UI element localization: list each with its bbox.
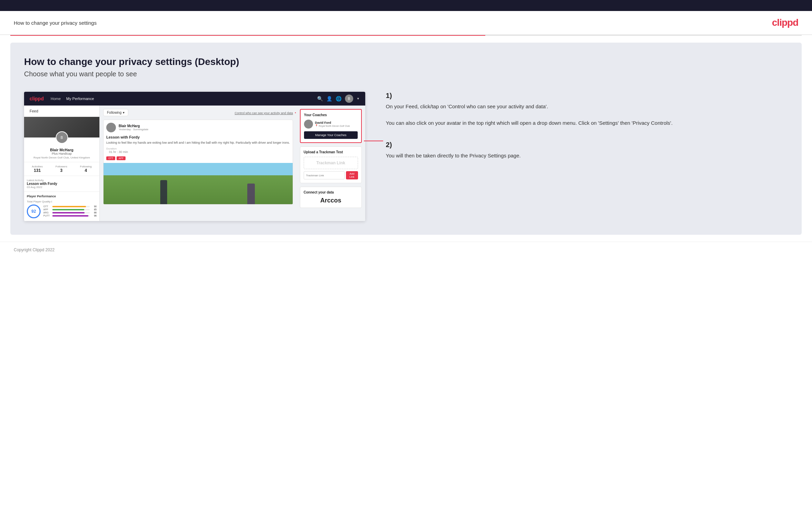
post-title: Lesson with Fordy — [104, 135, 293, 141]
feed-tab[interactable]: Feed — [24, 106, 99, 117]
following-bar: Following ▾ Control who can see your act… — [103, 109, 293, 116]
bar-app-label: APP — [43, 208, 51, 211]
tag-ott: OTT — [106, 156, 115, 160]
bar-app-fill — [52, 209, 84, 210]
post-image-bg — [104, 163, 293, 204]
user-avatar[interactable]: B — [345, 95, 353, 103]
bar-ott-track — [52, 206, 90, 207]
stat-activities-value: 131 — [32, 168, 43, 173]
globe-icon[interactable]: 🌐 — [336, 96, 342, 101]
quality-label: Total Player Quality ℹ — [27, 200, 97, 203]
bar-arg-val: 86 — [91, 211, 97, 214]
profile-club: Royal North Devon Golf Club, United King… — [27, 156, 97, 159]
bar-app-val: 85 — [91, 208, 97, 211]
header-title: How to change your privacy settings — [14, 20, 97, 26]
step2-number: 2) — [386, 141, 788, 149]
page-subtitle: Choose what you want people to see — [24, 70, 788, 78]
arrow-head — [295, 112, 296, 113]
page-title: How to change your privacy settings (Des… — [24, 56, 788, 67]
red-annotation-line — [364, 141, 383, 141]
demo-area: clippd Home My Performance 🔍 👤 🌐 B ▼ — [24, 92, 788, 221]
stat-activities: Activities 131 — [32, 165, 43, 173]
coaches-title: Your Coaches — [304, 113, 358, 117]
privacy-control-link[interactable]: Control who can see your activity and da… — [235, 111, 293, 115]
trackman-input[interactable] — [304, 171, 345, 179]
search-icon[interactable]: 🔍 — [317, 96, 323, 101]
bar-ott: OTT 90 — [43, 205, 97, 208]
coach-club-name: Royal North Devon Golf Club — [319, 125, 350, 127]
bar-arg-label: ARG — [43, 211, 51, 214]
coach-name: David Ford — [315, 121, 358, 124]
instruction-step2: 2) You will then be taken directly to th… — [386, 141, 788, 160]
bar-putt-fill — [52, 215, 88, 217]
instructions: 1) On your Feed, click/tap on 'Control w… — [379, 92, 788, 174]
step1-number: 1) — [386, 92, 788, 100]
coaches-card: Your Coaches David Ford 📍 Royal North De… — [300, 109, 362, 143]
bar-putt: PUTT 96 — [43, 214, 97, 217]
coaches-card-wrapper: Your Coaches David Ford 📍 Royal North De… — [300, 109, 362, 143]
trackman-link-box: Trackman Link — [304, 157, 358, 169]
stat-following-label: Following — [80, 165, 92, 168]
stat-followers: Followers 3 — [55, 165, 67, 173]
trackman-card: Upload a Trackman Test Trackman Link Add… — [300, 146, 362, 183]
stat-following-value: 4 — [80, 168, 92, 173]
app-mockup-wrapper: clippd Home My Performance 🔍 👤 🌐 B ▼ — [24, 92, 365, 221]
bar-arg-fill — [52, 212, 85, 213]
following-label: Following — [107, 111, 121, 114]
stat-activities-label: Activities — [32, 165, 43, 168]
trackman-title: Upload a Trackman Test — [304, 150, 358, 154]
connect-title: Connect your data — [304, 190, 358, 194]
dropdown-chevron-icon[interactable]: ▼ — [357, 97, 360, 100]
app-sidebar: Feed B Blair McHarg Plus Handicap Royal … — [24, 106, 100, 221]
post-username: Blair McHarg — [119, 124, 290, 128]
post-image — [104, 163, 293, 204]
footer: Copyright Clippd 2022 — [0, 242, 812, 258]
stat-followers-value: 3 — [55, 168, 67, 173]
coach-row: David Ford 📍 Royal North Devon Golf Club — [304, 120, 358, 129]
profile-banner: B — [24, 117, 99, 137]
following-button[interactable]: Following ▾ — [103, 109, 128, 116]
app-nav-logo: clippd — [30, 96, 44, 101]
stat-following: Following 4 — [80, 165, 92, 173]
app-nav: clippd Home My Performance 🔍 👤 🌐 B ▼ — [24, 92, 365, 106]
person-icon[interactable]: 👤 — [326, 96, 332, 101]
coach-club: 📍 Royal North Devon Golf Club — [315, 124, 358, 127]
bar-ott-val: 90 — [91, 205, 97, 208]
arccos-logo: Arccos — [304, 197, 358, 204]
tag-app: APP — [117, 156, 126, 160]
coach-avatar — [304, 120, 313, 129]
post-header: Blair McHarg Yesterday · Sunningdale — [104, 120, 293, 135]
clippd-logo: clippd — [772, 17, 798, 28]
red-arrow — [295, 112, 296, 113]
post-tags: OTT APP — [104, 156, 293, 163]
profile-handicap: Plus Handicap — [27, 152, 97, 155]
manage-coaches-button[interactable]: Manage Your Coaches — [304, 131, 358, 139]
instruction-step1: 1) On your Feed, click/tap on 'Control w… — [386, 92, 788, 127]
post-duration-value: 01 hr : 30 min — [106, 150, 290, 155]
privacy-link-container: Control who can see your activity and da… — [235, 111, 293, 115]
post-meta: Yesterday · Sunningdale — [119, 128, 290, 131]
post-duration-section: Duration 01 hr : 30 min — [104, 147, 293, 156]
bar-app: APP 85 — [43, 208, 97, 211]
header: How to change your privacy settings clip… — [0, 11, 812, 35]
step1-text: On your Feed, click/tap on 'Control who … — [386, 102, 788, 127]
profile-info: Blair McHarg Plus Handicap Royal North D… — [24, 145, 99, 162]
bar-putt-track — [52, 215, 90, 217]
quality-content: 92 OTT 90 — [27, 205, 97, 218]
footer-text: Copyright Clippd 2022 — [14, 247, 55, 252]
profile-stats: Activities 131 Followers 3 Following 4 — [24, 162, 99, 176]
post-avatar — [106, 123, 116, 132]
bar-ott-fill — [52, 206, 86, 207]
app-nav-icons: 🔍 👤 🌐 B ▼ — [317, 95, 360, 103]
nav-link-performance[interactable]: My Performance — [66, 97, 94, 101]
player-performance: Player Performance Total Player Quality … — [24, 191, 99, 221]
profile-avatar: B — [56, 131, 68, 144]
add-link-button[interactable]: Add Link — [346, 171, 358, 179]
quality-circle: 92 — [27, 205, 41, 218]
nav-link-home[interactable]: Home — [51, 97, 61, 101]
top-bar — [0, 0, 812, 11]
step2-text: You will then be taken directly to the P… — [386, 152, 788, 160]
app-right-panel: Your Coaches David Ford 📍 Royal North De… — [296, 106, 365, 221]
person-silhouette-2 — [247, 184, 255, 204]
bar-app-track — [52, 209, 90, 210]
